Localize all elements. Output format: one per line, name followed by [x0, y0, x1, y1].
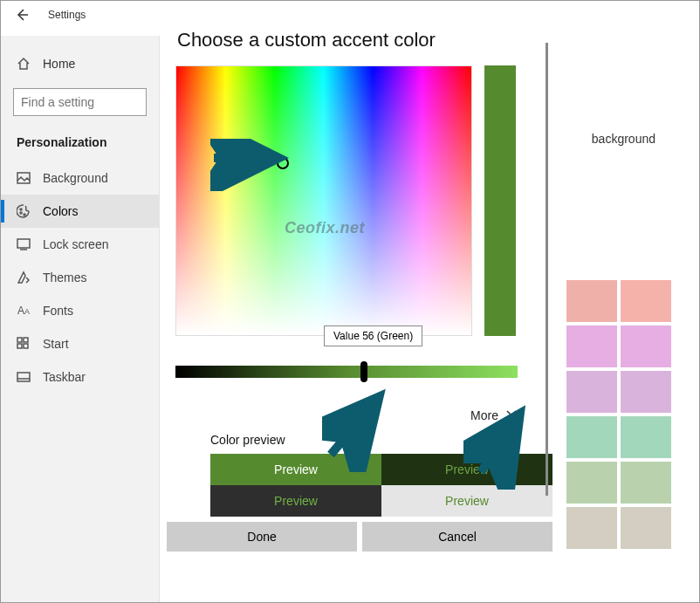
color-preview-heading: Color preview — [210, 433, 552, 447]
svg-rect-8 — [17, 344, 22, 348]
home-icon — [17, 57, 31, 71]
fonts-icon: AA — [17, 304, 31, 318]
sidebar-item-label: Fonts — [43, 304, 73, 318]
preview-tile-accent-dark: Preview — [381, 454, 552, 485]
cancel-button[interactable]: Cancel — [362, 522, 552, 552]
svg-point-3 — [20, 212, 22, 214]
picture-icon — [17, 171, 31, 185]
more-expander[interactable]: More — [175, 408, 518, 422]
palette-icon — [17, 204, 31, 218]
value-slider-thumb[interactable] — [360, 361, 367, 382]
sidebar-home[interactable]: Home — [1, 48, 159, 79]
color-swatch[interactable] — [566, 371, 617, 413]
chevron-down-icon — [505, 408, 518, 422]
sidebar-item-fonts[interactable]: AA Fonts — [1, 294, 159, 327]
preview-tile-light-bg: Preview — [381, 485, 552, 517]
sidebar-item-lock-screen[interactable]: Lock screen — [1, 228, 159, 261]
dialog-buttons: Done Cancel — [167, 522, 552, 552]
search-input-wrap[interactable] — [13, 88, 147, 116]
search-input[interactable] — [21, 95, 139, 109]
color-picker-row: Value 56 (Green) Ceofix.net — [175, 65, 542, 336]
color-swatch[interactable] — [621, 507, 671, 549]
color-swatch[interactable] — [566, 462, 617, 504]
dialog-scrollbar[interactable] — [546, 43, 548, 496]
watermark-text: Ceofix.net — [285, 219, 365, 237]
sidebar-item-background[interactable]: Background — [1, 161, 159, 195]
color-swatch[interactable] — [621, 371, 671, 413]
svg-rect-10 — [17, 373, 30, 381]
themes-icon — [17, 271, 31, 284]
spectrum-handle[interactable] — [277, 157, 289, 169]
done-button[interactable]: Done — [167, 522, 357, 552]
value-slider-track[interactable] — [175, 366, 518, 378]
arrow-left-icon — [15, 8, 29, 22]
preview-tile-dark-bg: Preview — [210, 485, 381, 517]
taskbar-icon — [17, 370, 31, 384]
more-label: More — [470, 408, 498, 422]
dialog-title: Choose a custom accent color — [175, 11, 542, 57]
start-icon — [17, 337, 31, 351]
background-text-fragment: background — [592, 132, 655, 146]
svg-point-4 — [24, 214, 25, 216]
color-swatch[interactable] — [621, 280, 671, 322]
color-preview-bar — [484, 65, 516, 336]
sidebar-item-taskbar[interactable]: Taskbar — [1, 360, 159, 394]
slider-tooltip: Value 56 (Green) — [324, 325, 422, 346]
sidebar-item-start[interactable]: Start — [1, 327, 159, 360]
window-title: Settings — [48, 9, 86, 21]
color-swatch[interactable] — [621, 416, 671, 458]
sidebar-item-label: Start — [43, 337, 69, 351]
color-swatch[interactable] — [566, 325, 617, 367]
color-preview-grid: Preview Preview Preview Preview — [210, 454, 552, 517]
sidebar-item-label: Colors — [43, 204, 78, 218]
recent-colors-swatches — [566, 280, 671, 549]
custom-color-dialog: Choose a custom accent color Value 56 (G… — [175, 11, 542, 592]
color-swatch[interactable] — [566, 280, 617, 322]
svg-rect-9 — [24, 344, 28, 348]
color-swatch[interactable] — [621, 462, 671, 504]
sidebar-item-label: Themes — [43, 271, 87, 284]
preview-tile-accent-light: Preview — [210, 454, 381, 485]
sidebar-item-themes[interactable]: Themes — [1, 261, 159, 294]
svg-rect-7 — [24, 338, 28, 342]
sidebar-group-heading: Personalization — [1, 125, 159, 161]
svg-rect-5 — [17, 239, 30, 248]
svg-point-2 — [20, 209, 22, 210]
sidebar-item-label: Lock screen — [43, 237, 108, 251]
sidebar-item-label: Background — [43, 171, 108, 185]
color-swatch[interactable] — [566, 507, 617, 549]
color-spectrum[interactable] — [175, 65, 472, 336]
sidebar-item-label: Taskbar — [43, 370, 86, 384]
svg-rect-6 — [17, 338, 22, 342]
lock-screen-icon — [17, 237, 31, 251]
sidebar-home-label: Home — [43, 57, 75, 71]
color-swatch[interactable] — [566, 416, 617, 458]
settings-sidebar: Home Personalization Background Colors L… — [1, 36, 160, 602]
back-button[interactable] — [1, 1, 43, 29]
sidebar-item-colors[interactable]: Colors — [1, 195, 159, 228]
color-swatch[interactable] — [621, 325, 671, 367]
